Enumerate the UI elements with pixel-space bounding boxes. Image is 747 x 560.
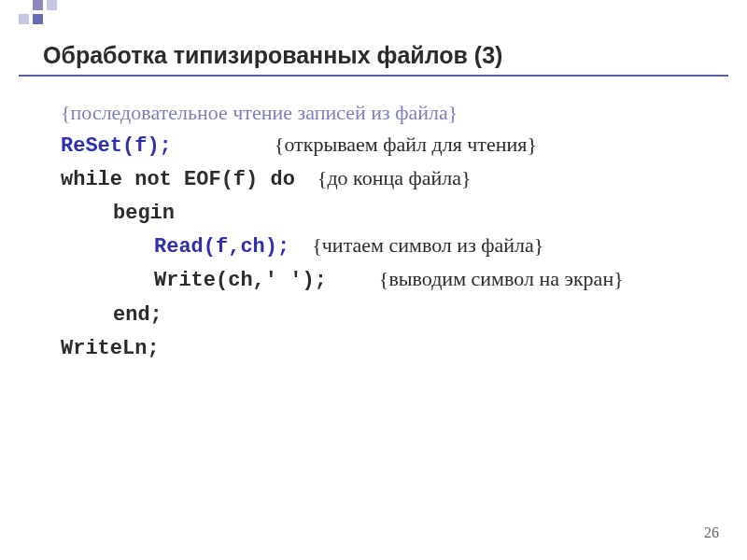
code-begin: begin [113,202,175,225]
code-write: Write(ch,' '); [154,269,327,292]
slide-title: Обработка типизированных файлов (3) [43,42,502,69]
corner-decoration [19,0,61,28]
code-end: end; [113,303,162,327]
line-begin: begin [61,196,624,230]
code-reset: ReSet(f); [61,134,172,158]
page-number: 26 [704,525,719,541]
code-block: {последовательное чтение записей из файл… [61,97,624,365]
comment-read: {читаем символ из файла} [312,233,543,257]
line-end: end; [61,298,624,331]
code-read: Read(f,ch); [154,235,289,259]
code-while: while not EOF(f) do [61,168,295,191]
line-write: Write(ch,' ');{выводим символ на экран} [61,263,624,297]
line-writeln: WriteLn; [61,331,624,365]
line-read: Read(f,ch);{читаем символ из файла} [61,230,624,263]
comment-while: {до конца файла} [317,166,472,189]
title-underline [19,75,728,77]
comment-reset: {открываем файл для чтения} [275,133,537,156]
line-reset: ReSet(f);{открываем файл для чтения} [61,129,624,162]
comment-write: {выводим символ на экран} [379,267,624,290]
code-writeln: WriteLn; [61,337,160,360]
line-comment-header: {последовательное чтение записей из файл… [61,97,624,129]
line-while: while not EOF(f) do{до конца файла} [61,162,624,196]
comment-text: {последовательное чтение записей из файл… [61,101,458,124]
